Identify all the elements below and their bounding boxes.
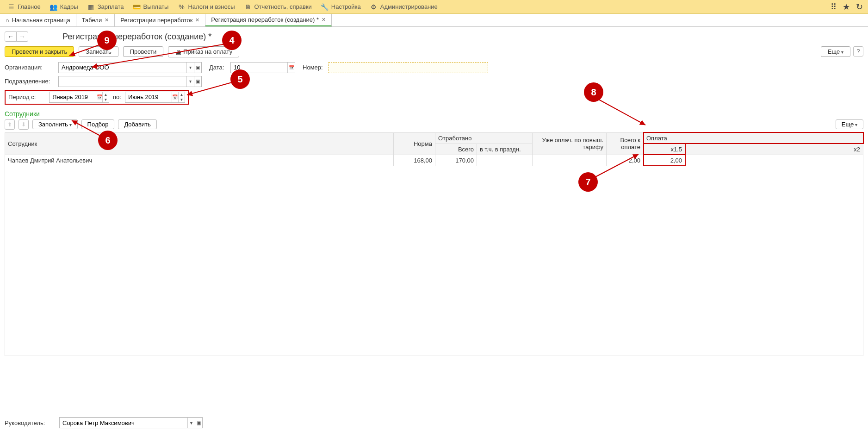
- more-button[interactable]: Еще: [821, 46, 850, 57]
- org-label: Организация:: [5, 64, 56, 71]
- leader-field[interactable]: ▾ ▣: [59, 417, 203, 428]
- menu-reports[interactable]: 🗎Отчетность, справки: [240, 0, 316, 13]
- tab-timesheets[interactable]: Табели✕: [76, 14, 115, 26]
- tab-start-page[interactable]: ⌂Начальная страница: [0, 14, 76, 26]
- back-button[interactable]: ←: [5, 31, 17, 42]
- cell-x15[interactable]: 2,00: [644, 155, 685, 166]
- callout-9: 9: [97, 31, 117, 50]
- cell-worked-holiday[interactable]: [477, 155, 533, 166]
- more-button[interactable]: Еще: [836, 119, 863, 129]
- doc-icon: 🗎: [244, 3, 252, 11]
- percent-icon: %: [178, 3, 185, 11]
- dropdown-icon[interactable]: ▾: [187, 418, 195, 428]
- th-worked-holiday[interactable]: в т.ч. в праздн.: [477, 144, 533, 155]
- th-worked-total[interactable]: Всего: [435, 144, 477, 155]
- move-down-button[interactable]: ⬇: [19, 119, 29, 130]
- menu-label: Настройка: [331, 3, 361, 10]
- menu-payments[interactable]: 💳Выплаты: [129, 0, 174, 13]
- th-worked[interactable]: Отработано: [435, 132, 533, 144]
- table-empty-area[interactable]: [5, 166, 863, 356]
- close-icon[interactable]: ✕: [322, 17, 326, 23]
- menu-salary[interactable]: ▦Зарплата: [83, 0, 129, 13]
- table-row[interactable]: Чапаев Дмитрий Анатольевич 168,00 170,00…: [5, 155, 863, 166]
- employees-table[interactable]: Сотрудник Норма Отработано Уже оплач. по…: [5, 132, 863, 166]
- add-button[interactable]: Добавить: [118, 119, 156, 129]
- calendar-icon[interactable]: 📅: [96, 92, 102, 102]
- callout-7: 7: [578, 172, 598, 192]
- calendar-icon[interactable]: 📅: [172, 92, 178, 102]
- th-x15[interactable]: x1,5: [644, 144, 685, 155]
- cell-norm[interactable]: 168,00: [394, 155, 435, 166]
- menu-label: Главное: [18, 3, 41, 10]
- toolbar-right: ⠿ ★ ↻: [829, 3, 865, 11]
- help-button[interactable]: ?: [853, 46, 863, 56]
- fill-button[interactable]: Заполнить: [32, 119, 78, 129]
- spin-down-icon[interactable]: ▼: [102, 97, 109, 102]
- menu-settings[interactable]: 🔧Настройка: [316, 0, 366, 13]
- post-button[interactable]: Провести: [123, 46, 164, 57]
- dept-input[interactable]: [59, 76, 186, 87]
- printer-icon: 🖶: [175, 49, 181, 56]
- th-x2[interactable]: x2: [685, 144, 863, 155]
- leader-label: Руководитель:: [5, 419, 56, 426]
- post-and-close-button[interactable]: Провести и закрыть: [5, 46, 74, 57]
- pick-button[interactable]: Подбор: [81, 119, 115, 129]
- menu-admin[interactable]: ⚙Администрирование: [366, 0, 442, 13]
- org-field[interactable]: ▾ ▣: [58, 62, 202, 73]
- cell-to-pay-total[interactable]: 2,00: [607, 155, 644, 166]
- history-icon[interactable]: ↻: [855, 3, 863, 11]
- period-from-input[interactable]: [50, 92, 96, 102]
- move-up-button[interactable]: ⬆: [5, 119, 15, 130]
- open-icon[interactable]: ▣: [194, 76, 201, 87]
- open-icon[interactable]: ▣: [195, 418, 202, 428]
- employees-table-wrap: Сотрудник Норма Отработано Уже оплач. по…: [0, 132, 868, 356]
- menu-label: Налоги и взносы: [188, 3, 235, 10]
- menu-staff[interactable]: 👥Кадры: [45, 0, 83, 13]
- dropdown-icon[interactable]: ▾: [186, 63, 194, 73]
- gear-icon: ⚙: [370, 3, 378, 11]
- th-already-paid[interactable]: Уже оплач. по повыш. тарифу: [533, 132, 607, 155]
- spin-down-icon[interactable]: ▼: [178, 97, 185, 102]
- number-label: Номер:: [303, 64, 326, 71]
- date-label: Дата:: [209, 64, 228, 71]
- number-field[interactable]: [329, 62, 488, 73]
- th-norm[interactable]: Норма: [394, 132, 435, 155]
- command-bar: Провести и закрыть Записать Провести 🖶Пр…: [0, 44, 868, 62]
- callout-6: 6: [98, 131, 118, 150]
- close-icon[interactable]: ✕: [105, 17, 109, 23]
- tab-overtime-create[interactable]: Регистрация переработок (создание) *✕: [205, 14, 332, 26]
- dropdown-icon[interactable]: ▾: [186, 76, 194, 87]
- favorite-icon[interactable]: ★: [842, 3, 850, 11]
- tab-label: Начальная страница: [12, 17, 70, 24]
- cell-x2[interactable]: [685, 155, 863, 166]
- period-to-field[interactable]: 📅 ▲▼: [125, 92, 185, 103]
- menu-main[interactable]: ☰Главное: [3, 0, 45, 13]
- calendar-icon[interactable]: 📅: [287, 63, 295, 73]
- th-employee[interactable]: Сотрудник: [5, 132, 394, 155]
- dept-field[interactable]: ▾ ▣: [58, 76, 202, 87]
- leader-input[interactable]: [60, 418, 187, 428]
- cell-already-paid[interactable]: [533, 155, 607, 166]
- period-box: Период с: 📅 ▲▼ по: 📅 ▲▼: [5, 90, 189, 105]
- spin-up-icon[interactable]: ▲: [102, 92, 109, 97]
- page-title: Регистрация переработок (создание) *: [62, 32, 211, 42]
- th-pay[interactable]: Оплата: [644, 132, 863, 144]
- cell-worked-total[interactable]: 170,00: [435, 155, 477, 166]
- tab-overtime-list[interactable]: Регистрации переработок✕: [115, 14, 205, 26]
- close-icon[interactable]: ✕: [195, 17, 199, 23]
- forward-button[interactable]: →: [16, 31, 28, 42]
- th-to-pay-total[interactable]: Всего к оплате: [607, 132, 644, 155]
- org-input[interactable]: [59, 63, 186, 73]
- period-from-field[interactable]: 📅 ▲▼: [49, 92, 109, 103]
- number-input[interactable]: [329, 63, 488, 73]
- menu-taxes[interactable]: %Налоги и взносы: [173, 0, 239, 13]
- apps-icon[interactable]: ⠿: [829, 3, 837, 11]
- spin-up-icon[interactable]: ▲: [178, 92, 185, 97]
- wrench-icon: 🔧: [321, 3, 329, 11]
- card-icon: 💳: [133, 3, 141, 11]
- callout-4: 4: [222, 31, 242, 50]
- period-to-input[interactable]: [125, 92, 172, 102]
- grid-icon: ▦: [87, 3, 95, 11]
- open-icon[interactable]: ▣: [194, 63, 201, 73]
- cell-employee[interactable]: Чапаев Дмитрий Анатольевич: [5, 155, 394, 166]
